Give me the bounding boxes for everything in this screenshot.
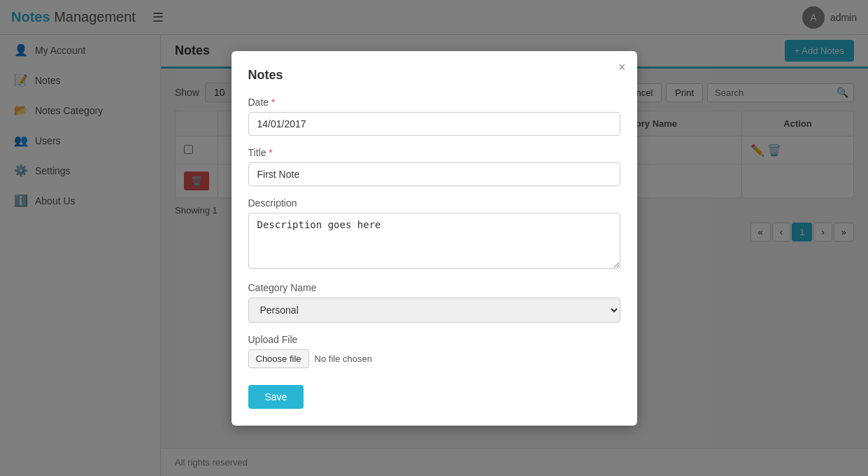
category-select[interactable]: Personal Work Other xyxy=(248,298,620,323)
no-file-text: No file chosen xyxy=(315,354,372,364)
form-group-date: Date * xyxy=(248,97,620,136)
date-input[interactable] xyxy=(248,112,620,136)
description-label: Description xyxy=(248,197,620,209)
title-input[interactable] xyxy=(248,162,620,186)
choose-file-button[interactable]: Choose file xyxy=(248,349,309,368)
form-group-title: Title * xyxy=(248,147,620,186)
upload-label: Upload File xyxy=(248,334,620,345)
modal: Notes × Date * Title * Descript xyxy=(232,51,637,426)
date-required: * xyxy=(271,97,275,108)
form-group-description: Description Description goes here xyxy=(248,197,620,271)
title-required: * xyxy=(269,147,272,158)
modal-close-button[interactable]: × xyxy=(618,61,626,74)
modal-overlay: Notes × Date * Title * Descript xyxy=(0,0,868,476)
form-group-upload: Upload File Choose file No file chosen xyxy=(248,334,620,368)
file-upload-wrapper: Choose file No file chosen xyxy=(248,349,620,368)
title-label: Title * xyxy=(248,147,620,158)
description-textarea[interactable]: Description goes here xyxy=(248,213,620,269)
category-label: Category Name xyxy=(248,282,620,293)
modal-title: Notes xyxy=(248,68,620,83)
date-label: Date * xyxy=(248,97,620,108)
form-group-category: Category Name Personal Work Other xyxy=(248,282,620,323)
save-button[interactable]: Save xyxy=(248,385,304,409)
app-wrapper: Notes Management ☰ A admin 👤 My Account … xyxy=(0,0,868,476)
